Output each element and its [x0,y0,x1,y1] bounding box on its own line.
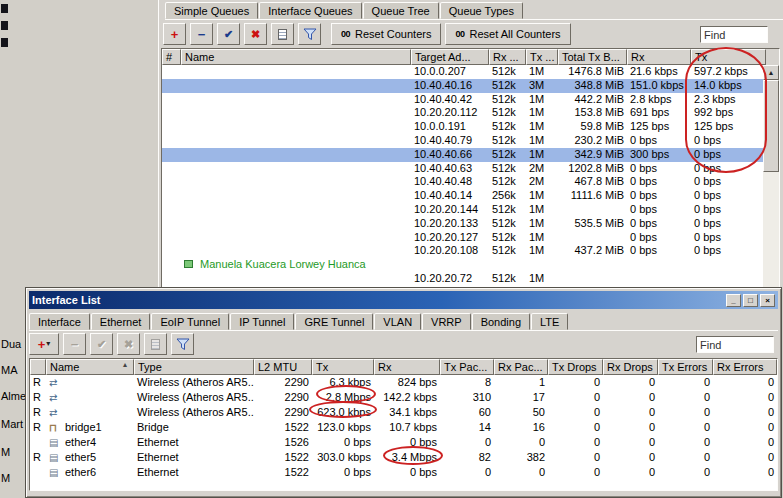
column-header[interactable]: Rx Pac... [494,359,548,375]
disable-button[interactable]: ✖ [117,333,140,355]
queue-cell-rx-limit: 512k [489,231,526,245]
column-header[interactable] [30,359,46,375]
copy-button[interactable] [144,333,167,355]
queue-row[interactable]: 10.20.20.133 512k 1M 535.5 MiB 0 bps 0 b… [162,217,763,231]
maximize-button[interactable]: □ [743,294,758,307]
column-header[interactable]: Tx Pac... [440,359,494,375]
interface-tab[interactable]: VRRP [422,313,471,330]
interface-type-icon [49,438,62,448]
interface-tab[interactable]: IP Tunnel [230,313,294,330]
interface-row[interactable]: R bridge1 Bridge 1522 123.0 kbps 10.7 kb… [30,420,777,435]
queue-row[interactable]: 10.20.20.112 512k 1M 153.8 MiB 691 bps 9… [162,106,763,120]
interface-row[interactable]: ether6 Ethernet 1522 0 bps 0 bps 0 0 0 0… [30,465,777,480]
queue-cell-tx-limit: 2M [526,175,558,189]
remove-button[interactable]: − [190,23,213,45]
find-input[interactable] [696,336,774,353]
queue-cell-total-tx-bytes: 437.2 MiB [558,244,627,258]
interface-row[interactable]: R Wireless (Atheros AR5... 2290 2.8 Mbps… [30,390,777,405]
minimize-button[interactable]: _ [726,294,741,307]
column-header[interactable]: Tx [691,49,766,65]
disable-button[interactable]: ✖ [244,23,267,45]
queue-row[interactable]: 10.20.20.127 512k 1M 0 bps 0 bps [162,231,763,245]
column-header[interactable]: Name [46,359,134,375]
queue-tab[interactable]: Queue Types [440,2,523,19]
column-header[interactable]: Target Ad... [411,49,489,65]
title-bar[interactable]: Interface List _ □ × [29,291,778,309]
column-header[interactable]: # [162,49,181,65]
column-header[interactable]: Rx Drops [603,359,658,375]
interface-tab[interactable]: EoIP Tunnel [151,313,229,330]
interface-cell-tx-errors: 0 [658,375,713,390]
queue-cell-tx-rate: 125 bps [691,120,763,134]
add-button[interactable]: + [163,23,186,45]
queue-row[interactable]: 10.40.40.42 512k 1M 442.2 MiB 2.8 kbps 2… [162,93,763,107]
copy-button[interactable] [271,23,294,45]
queue-row[interactable]: 10.40.40.48 512k 2M 467.8 MiB 0 bps 0 bp… [162,175,763,189]
column-header[interactable]: L2 MTU [254,359,312,375]
reset-counters-button[interactable]: 00 Reset Counters [331,23,441,45]
interface-cell-tx-drops: 0 [548,405,603,420]
enable-button[interactable]: ✔ [90,333,113,355]
enable-button[interactable]: ✔ [217,23,240,45]
column-header[interactable]: Total Tx B... [558,49,627,65]
queue-cell-target-address: 10.40.40.79 [411,134,489,148]
queue-cell-tx-limit: 1M [526,231,558,245]
column-header[interactable]: Type [134,359,254,375]
queue-tab[interactable]: Queue Tree [363,2,439,19]
filter-button[interactable] [298,23,321,45]
queue-tab[interactable]: Simple Queues [165,2,258,19]
window-fragment-text: M [1,446,10,458]
remove-button[interactable]: − [63,333,86,355]
interface-row[interactable]: ether4 Ethernet 1526 0 bps 0 bps 0 0 0 0… [30,435,777,450]
vertical-scrollbar[interactable]: ▲ [763,65,779,287]
queue-cell-number [162,217,181,231]
queue-row[interactable]: 10.20.20.108 512k 1M 437.2 MiB 0 bps 0 b… [162,244,763,258]
column-header[interactable]: Rx Errors [713,359,777,375]
column-header[interactable]: Rx ... [489,49,526,65]
interface-tab[interactable]: GRE Tunnel [295,313,373,330]
queue-row[interactable]: 10.20.20.72 512k 1M [162,272,763,286]
queue-cell-number [162,175,181,189]
reset-all-counters-button[interactable]: 00 Reset All Counters [445,23,570,45]
simple-queues-window: Simple QueuesInterface QueuesQueue TreeQ… [158,0,783,288]
queue-row[interactable]: 10.20.20.144 512k 1M 0 bps 0 bps [162,203,763,217]
column-header[interactable]: Tx ... [526,49,558,65]
queue-tab[interactable]: Interface Queues [259,2,361,19]
queue-row[interactable]: Manuela Kuacera Lorwey Huanca [162,258,763,272]
column-header[interactable]: Rx [374,359,440,375]
queue-cell-name: Manuela Kuacera Lorwey Huanca [181,258,411,272]
column-header[interactable]: Tx Errors [658,359,713,375]
find-input[interactable] [700,26,768,43]
queue-row[interactable]: 10.40.40.63 512k 2M 1202.8 MiB 0 bps 0 b… [162,162,763,176]
column-header[interactable]: Tx [312,359,374,375]
queue-cell-rx-rate: 125 bps [627,120,691,134]
interface-tab[interactable]: VLAN [374,313,421,330]
scroll-up-button[interactable]: ▲ [763,65,779,80]
interface-cell-tx-drops: 0 [548,420,603,435]
close-button[interactable]: × [760,294,775,307]
interface-tab[interactable]: Interface [29,313,90,330]
window-fragment-text: Mart [1,418,23,430]
queue-row[interactable]: 10.40.40.14 256k 1M 1111.6 MiB 0 bps 0 b… [162,189,763,203]
queue-row[interactable]: 10.0.0.207 512k 1M 1476.8 MiB 21.6 kbps … [162,65,763,79]
interface-tab[interactable]: Ethernet [91,313,151,330]
column-header[interactable]: Name [181,49,411,65]
column-header[interactable]: Rx [627,49,691,65]
interface-row[interactable]: R Wireless (Atheros AR5... 2290 623.0 kb… [30,405,777,420]
interface-tab[interactable]: Bonding [472,313,530,330]
queue-row[interactable]: 10.40.40.79 512k 1M 230.2 MiB 0 bps 0 bp… [162,134,763,148]
interface-row[interactable]: R ether5 Ethernet 1522 303.0 kbps 3.4 Mb… [30,450,777,465]
queue-cell-number [162,244,181,258]
queue-row[interactable]: 10.40.40.66 512k 1M 342.9 MiB 300 bps 0 … [162,148,763,162]
queue-row[interactable]: 10.40.40.16 512k 3M 348.8 MiB 151.0 kbps… [162,79,763,93]
queue-cell-number [162,148,181,162]
scrollbar-thumb[interactable] [763,80,779,172]
queue-cell-rx-limit: 512k [489,244,526,258]
add-button[interactable]: +▾ [29,333,59,355]
interface-row[interactable]: R Wireless (Atheros AR5... 2290 6.3 kbps… [30,375,777,390]
interface-tab[interactable]: LTE [531,313,568,330]
filter-button[interactable] [171,333,194,355]
queue-row[interactable]: 10.0.0.191 512k 1M 59.8 MiB 125 bps 125 … [162,120,763,134]
queue-cell-total-tx-bytes: 535.5 MiB [558,217,627,231]
column-header[interactable]: Tx Drops [548,359,603,375]
